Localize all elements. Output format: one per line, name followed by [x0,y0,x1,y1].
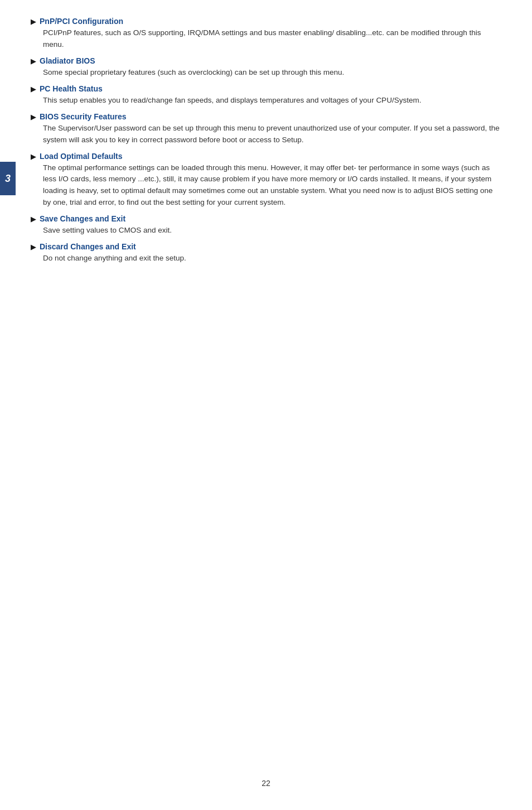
menu-description-load-optimal-defaults: The optimal performance settings can be … [31,162,501,209]
menu-description-discard-changes-exit: Do not change anything and exit the setu… [31,253,501,264]
arrow-icon-discard-changes-exit: ▶ [31,243,36,251]
menu-description-save-changes-exit: Save setting values to CMOS and exit. [31,225,501,237]
menu-title-row-gladiator-bios: ▶Gladiator BIOS [31,56,501,65]
page-container: 3 ▶PnP/PCI ConfigurationPCI/PnP features… [0,0,532,810]
menu-title-text-gladiator-bios[interactable]: Gladiator BIOS [40,56,95,65]
menu-description-bios-security: The Supervisor/User password can be set … [31,123,501,146]
menu-item-load-optimal-defaults: ▶Load Optimal DefaultsThe optimal perfor… [31,152,501,209]
menu-description-gladiator-bios: Some special proprietary features (such … [31,67,501,79]
menu-title-text-bios-security[interactable]: BIOS Security Features [40,112,127,121]
arrow-icon-bios-security: ▶ [31,113,36,121]
arrow-icon-pnp-pci: ▶ [31,17,36,26]
arrow-icon-save-changes-exit: ▶ [31,215,36,223]
arrow-icon-load-optimal-defaults: ▶ [31,152,36,161]
arrow-icon-pc-health-status: ▶ [31,85,36,93]
menu-title-text-pnp-pci[interactable]: PnP/PCI Configuration [40,17,123,26]
menu-title-text-pc-health-status[interactable]: PC Health Status [40,84,103,93]
side-tab-number: 3 [5,173,11,185]
menu-title-text-save-changes-exit[interactable]: Save Changes and Exit [40,214,125,223]
menu-item-pnp-pci: ▶PnP/PCI ConfigurationPCI/PnP features, … [31,17,501,51]
side-tab: 3 [0,162,16,195]
menu-title-row-load-optimal-defaults: ▶Load Optimal Defaults [31,152,501,161]
menu-title-row-discard-changes-exit: ▶Discard Changes and Exit [31,242,501,251]
menu-item-save-changes-exit: ▶Save Changes and ExitSave setting value… [31,214,501,237]
menu-title-row-bios-security: ▶BIOS Security Features [31,112,501,121]
menu-description-pnp-pci: PCI/PnP features, such as O/S supporting… [31,27,501,51]
page-number: 22 [262,779,270,788]
menu-item-gladiator-bios: ▶Gladiator BIOSSome special proprietary … [31,56,501,79]
menu-title-text-load-optimal-defaults[interactable]: Load Optimal Defaults [40,152,123,161]
menu-title-row-pnp-pci: ▶PnP/PCI Configuration [31,17,501,26]
arrow-icon-gladiator-bios: ▶ [31,57,36,65]
menu-title-row-save-changes-exit: ▶Save Changes and Exit [31,214,501,223]
menu-title-row-pc-health-status: ▶PC Health Status [31,84,501,93]
menu-description-pc-health-status: This setup enables you to read/change fa… [31,95,501,107]
menu-item-bios-security: ▶BIOS Security FeaturesThe Supervisor/Us… [31,112,501,146]
menu-item-discard-changes-exit: ▶Discard Changes and ExitDo not change a… [31,242,501,264]
menu-title-text-discard-changes-exit[interactable]: Discard Changes and Exit [40,242,136,251]
page-number-value: 22 [262,779,270,788]
menu-list: ▶PnP/PCI ConfigurationPCI/PnP features, … [31,17,501,264]
menu-item-pc-health-status: ▶PC Health StatusThis setup enables you … [31,84,501,107]
